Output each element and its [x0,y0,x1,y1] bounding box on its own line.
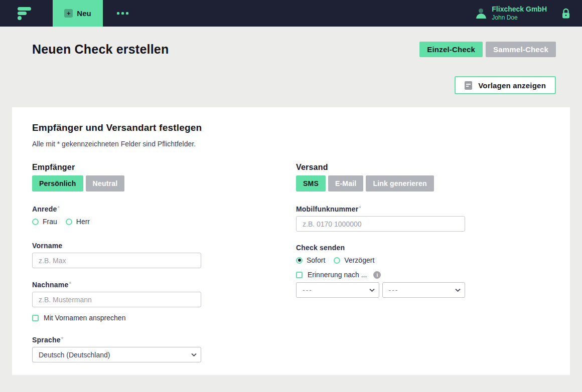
required-fields-note: Alle mit * gekennzeichneten Felder sind … [32,140,550,148]
first-name-label: Vorname [32,242,201,250]
radio-frau-circle[interactable] [32,219,39,225]
radio-verzoegert[interactable]: Verzögert [334,256,374,264]
send-timing-label: Check senden [296,244,465,252]
einzel-check-button[interactable]: Einzel-Check [419,42,483,57]
reminder-unit-select[interactable]: --- [382,282,466,298]
dispatch-channel-toggle: SMS E-Mail Link generieren [296,175,465,191]
first-name-input[interactable] [32,253,201,268]
radio-herr-circle[interactable] [66,219,72,225]
recipient-column: Empfänger Persönlich Neutral Anrede* Fra… [32,163,201,362]
reminder-checkbox[interactable] [296,272,303,278]
use-first-name-checkbox[interactable] [32,315,39,321]
account-user: John Doe [492,14,547,22]
radio-sofort-circle[interactable] [296,257,303,264]
required-asterisk: * [69,281,71,287]
user-icon [476,8,487,20]
template-document-icon [465,81,472,90]
account-company: Flixcheck GmbH [492,5,547,14]
recipient-group-label: Empfänger [32,163,201,172]
navbar-spacer [142,0,476,27]
mobile-number-label: Mobilfunknummer* [296,205,465,213]
new-check-card: Empfänger und Versandart festlegen Alle … [12,107,570,375]
lock-icon [561,8,571,19]
channel-link-button[interactable]: Link generieren [366,175,433,191]
dispatch-group-label: Versand [296,163,465,172]
info-icon[interactable]: i [373,271,381,279]
salutation-radio-group: Frau Herr [32,218,201,226]
flixcheck-logo-icon [18,7,31,20]
recipient-personal-button[interactable]: Persönlich [32,175,83,191]
last-name-input[interactable] [32,292,201,307]
show-templates-label: Vorlagen anzeigen [478,81,546,90]
language-label: Sprache* [32,336,201,344]
tab-neu[interactable]: + Neu [53,0,103,27]
reminder-interval-selects: --- --- [296,282,465,298]
radio-verzoegert-circle[interactable] [334,257,340,264]
channel-sms-button[interactable]: SMS [296,175,326,191]
radio-sofort[interactable]: Sofort [296,256,325,264]
sammel-check-button[interactable]: Sammel-Check [486,42,556,57]
flixcheck-logo[interactable] [0,0,53,27]
radio-frau[interactable]: Frau [32,218,57,226]
send-timing-radio-group: Sofort Verzögert [296,256,465,264]
ellipsis-icon [117,12,119,15]
use-first-name-checkbox-row[interactable]: Mit Vornamen ansprechen [32,314,201,322]
top-navbar: + Neu Flixcheck GmbH John Doe [0,0,582,27]
section-title: Empfänger und Versandart festlegen [32,122,550,133]
reminder-value-select[interactable]: --- [296,282,379,298]
channel-email-button[interactable]: E-Mail [328,175,363,191]
recipient-neutral-button[interactable]: Neutral [86,175,125,191]
show-templates-button[interactable]: Vorlagen anzeigen [455,76,556,94]
reminder-checkbox-row[interactable]: Erinnerung nach ... i [296,271,465,279]
page-title: Neuen Check erstellen [32,42,169,57]
account-menu[interactable]: Flixcheck GmbH John Doe [476,0,561,27]
dispatch-column: Versand SMS E-Mail Link generieren Mobil… [296,163,465,362]
required-asterisk: * [61,336,63,342]
recipient-type-toggle: Persönlich Neutral [32,175,201,191]
salutation-label: Anrede* [32,205,201,213]
radio-herr[interactable]: Herr [66,218,90,226]
required-asterisk: * [57,205,59,211]
new-check-plus-icon: + [64,9,73,18]
lock-button[interactable] [561,0,582,27]
tab-neu-label: Neu [77,9,91,18]
language-select[interactable]: Deutsch (Deutschland) [32,347,201,362]
mobile-number-input[interactable] [296,216,465,232]
check-mode-toggle: Einzel-Check Sammel-Check [419,42,556,57]
required-asterisk: * [359,205,361,211]
last-name-label: Nachname* [32,281,201,289]
more-menu-button[interactable] [103,0,142,27]
